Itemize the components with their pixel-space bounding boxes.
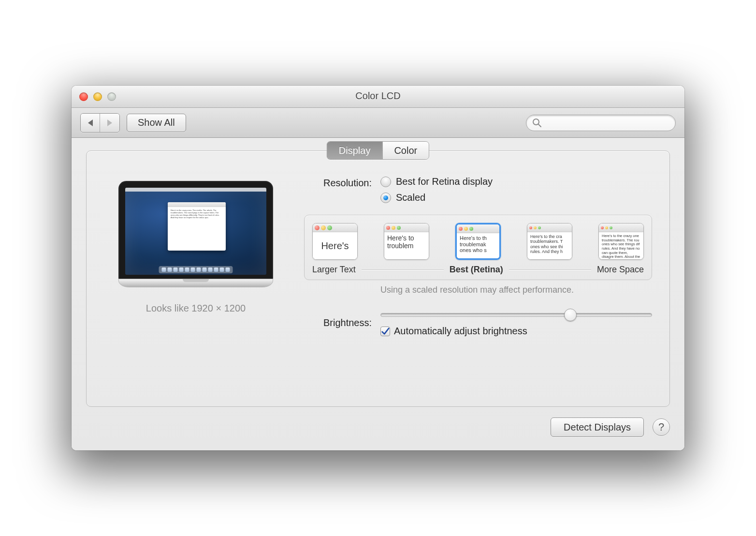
scaled-resolution-picker: Here's Here's to troublem Here's to th t… <box>304 215 652 280</box>
help-button[interactable]: ? <box>653 418 670 436</box>
scale-caption-left: Larger Text <box>312 265 356 275</box>
nav-back-forward <box>80 113 120 133</box>
slider-knob-icon[interactable] <box>564 309 577 321</box>
detect-displays-button[interactable]: Detect Displays <box>551 417 644 437</box>
auto-brightness-label: Automatically adjust brightness <box>394 326 527 337</box>
laptop-icon: Here's to the crazy ones. The misfits. T… <box>118 181 273 287</box>
scaled-option-1[interactable]: Here's <box>312 223 358 260</box>
chevron-left-icon <box>88 119 93 126</box>
minimize-icon[interactable] <box>93 92 102 101</box>
display-panel: Here's to the crazy ones. The misfits. T… <box>86 150 670 407</box>
display-preview: Here's to the crazy ones. The misfits. T… <box>104 176 288 395</box>
performance-note: Using a scaled resolution may affect per… <box>302 285 652 295</box>
preferences-window: Color LCD Show All Display Color <box>72 86 684 450</box>
radio-scaled[interactable]: Scaled <box>380 192 652 203</box>
window-controls <box>79 92 116 101</box>
titlebar: Color LCD <box>72 86 684 108</box>
chevron-right-icon <box>107 119 112 126</box>
search-icon <box>532 118 542 128</box>
content: Display Color Here's to the crazy ones. … <box>72 138 684 450</box>
back-button[interactable] <box>81 114 100 132</box>
search-input[interactable] <box>546 117 669 128</box>
brightness-slider[interactable] <box>380 313 652 317</box>
footer: Detect Displays ? <box>86 417 670 437</box>
svg-line-1 <box>538 124 541 127</box>
search-field[interactable] <box>526 115 676 131</box>
auto-brightness-checkbox[interactable]: Automatically adjust brightness <box>380 326 652 337</box>
brightness-label: Brightness: <box>302 316 380 328</box>
radio-best-for-retina[interactable]: Best for Retina display <box>380 176 652 187</box>
toolbar: Show All <box>72 108 684 138</box>
forward-button[interactable] <box>100 114 119 132</box>
close-icon[interactable] <box>79 92 88 101</box>
window-title: Color LCD <box>72 90 684 102</box>
svg-point-0 <box>533 119 539 125</box>
radio-icon <box>380 177 391 187</box>
radio-icon <box>380 193 391 203</box>
tab-bar: Display Color <box>327 141 429 160</box>
tab-color[interactable]: Color <box>382 142 429 159</box>
display-settings: Resolution: Best for Retina display Scal… <box>302 176 652 395</box>
radio-label: Scaled <box>396 192 425 203</box>
radio-label: Best for Retina display <box>396 176 493 187</box>
scaled-option-3[interactable]: Here's to th troublemak ones who s <box>455 223 501 260</box>
checkbox-icon <box>380 327 390 336</box>
scaled-option-4[interactable]: Here's to the cra troublemakers. T ones … <box>527 223 572 260</box>
zoom-icon[interactable] <box>107 92 116 101</box>
show-all-button[interactable]: Show All <box>127 114 186 132</box>
resolution-label: Resolution: <box>302 176 380 189</box>
resolution-caption: Looks like 1920 × 1200 <box>146 303 246 314</box>
scale-caption-right: More Space <box>597 265 644 275</box>
scaled-option-2[interactable]: Here's to troublem <box>384 223 429 260</box>
tab-display[interactable]: Display <box>327 142 383 159</box>
scale-caption-mid: Best (Retina) <box>450 265 503 275</box>
scaled-option-5[interactable]: Here's to the crazy one troublemakers. T… <box>598 223 644 260</box>
